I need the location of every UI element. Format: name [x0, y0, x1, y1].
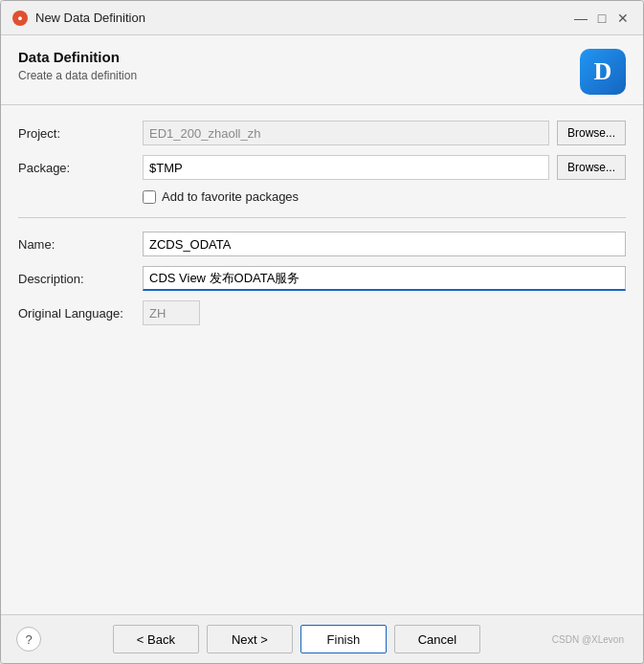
dialog-logo: D: [580, 49, 626, 95]
name-label: Name:: [18, 237, 143, 252]
add-favorite-label[interactable]: Add to favorite packages: [162, 189, 299, 204]
name-input[interactable]: [143, 232, 626, 256]
window-controls: ― □ ✕: [572, 10, 632, 27]
cancel-button[interactable]: Cancel: [394, 625, 480, 653]
project-field: Browse...: [143, 121, 626, 145]
finish-button[interactable]: Finish: [300, 625, 387, 653]
dialog-header: Data Definition Create a data definition…: [1, 35, 643, 105]
add-favorite-checkbox[interactable]: [143, 190, 156, 204]
project-input[interactable]: [143, 121, 549, 145]
dialog-body: Project: Browse... Package: Browse... Ad…: [1, 105, 643, 614]
dialog-footer: ? < Back Next > Finish Cancel CSDN @XLev…: [1, 614, 643, 663]
window-title: New Data Definition: [35, 11, 565, 25]
description-label: Description:: [18, 272, 143, 286]
original-language-input: [143, 300, 200, 325]
package-label: Package:: [18, 161, 143, 175]
header-text: Data Definition Create a data definition: [18, 49, 137, 82]
watermark: CSDN @XLevon: [552, 634, 628, 645]
next-button[interactable]: Next >: [207, 625, 293, 653]
package-field: Browse...: [143, 155, 626, 180]
description-row: Description:: [18, 266, 626, 291]
package-input[interactable]: [143, 155, 549, 180]
help-button[interactable]: ?: [16, 627, 41, 652]
project-row: Project: Browse...: [18, 121, 626, 145]
name-field: [143, 232, 626, 256]
project-browse-button[interactable]: Browse...: [557, 121, 626, 145]
close-button[interactable]: ✕: [614, 10, 632, 27]
original-language-field: [143, 300, 626, 325]
back-button[interactable]: < Back: [113, 625, 199, 653]
new-data-definition-dialog: ● New Data Definition ― □ ✕ Data Definit…: [0, 0, 644, 664]
original-language-label: Original Language:: [18, 306, 143, 321]
form-divider: [18, 217, 626, 218]
app-icon: ●: [12, 11, 28, 26]
footer-buttons: < Back Next > Finish Cancel: [41, 625, 552, 653]
header-subtitle: Create a data definition: [18, 69, 137, 82]
project-label: Project:: [18, 126, 143, 141]
minimize-button[interactable]: ―: [572, 10, 589, 27]
maximize-button[interactable]: □: [593, 10, 611, 27]
header-title: Data Definition: [18, 49, 137, 65]
name-row: Name:: [18, 232, 626, 256]
description-input[interactable]: [143, 266, 626, 291]
description-field: [143, 266, 626, 291]
package-row: Package: Browse...: [18, 155, 626, 180]
package-browse-button[interactable]: Browse...: [557, 155, 626, 180]
favorite-packages-row: Add to favorite packages: [18, 189, 626, 204]
title-bar: ● New Data Definition ― □ ✕: [1, 1, 643, 35]
original-language-row: Original Language:: [18, 300, 626, 325]
